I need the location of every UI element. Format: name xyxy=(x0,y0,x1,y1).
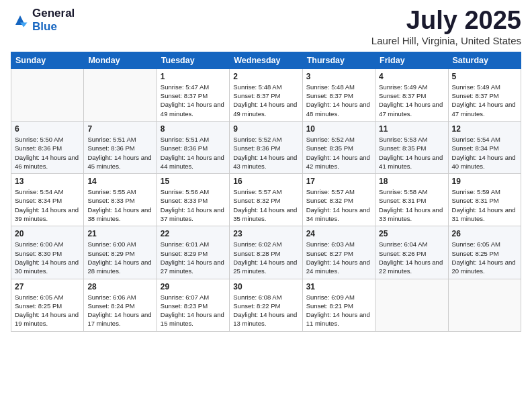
day-detail: Sunrise: 6:08 AM Sunset: 8:22 PM Dayligh… xyxy=(233,293,298,328)
logo-general-text: General xyxy=(32,7,75,19)
day-detail: Sunrise: 5:51 AM Sunset: 8:36 PM Dayligh… xyxy=(161,135,226,171)
day-number: 1 xyxy=(161,72,226,81)
calendar-cell: 19Sunrise: 5:59 AM Sunset: 8:31 PM Dayli… xyxy=(448,174,521,226)
calendar-table: SundayMondayTuesdayWednesdayThursdayFrid… xyxy=(11,52,521,332)
day-number: 17 xyxy=(306,177,371,186)
day-number: 19 xyxy=(452,177,517,186)
logo-icon xyxy=(11,11,30,30)
day-detail: Sunrise: 6:05 AM Sunset: 8:25 PM Dayligh… xyxy=(452,240,517,275)
day-detail: Sunrise: 6:01 AM Sunset: 8:29 PM Dayligh… xyxy=(161,240,226,275)
day-detail: Sunrise: 5:47 AM Sunset: 8:37 PM Dayligh… xyxy=(161,83,226,118)
day-detail: Sunrise: 6:06 AM Sunset: 8:24 PM Dayligh… xyxy=(87,293,152,328)
day-detail: Sunrise: 5:56 AM Sunset: 8:33 PM Dayligh… xyxy=(161,187,226,223)
day-detail: Sunrise: 5:51 AM Sunset: 8:36 PM Dayligh… xyxy=(87,135,152,171)
calendar-cell: 8Sunrise: 5:51 AM Sunset: 8:36 PM Daylig… xyxy=(157,121,229,173)
week-row-4: 20Sunrise: 6:00 AM Sunset: 8:30 PM Dayli… xyxy=(11,226,521,279)
calendar-cell: 18Sunrise: 5:58 AM Sunset: 8:31 PM Dayli… xyxy=(375,174,448,226)
day-detail: Sunrise: 5:48 AM Sunset: 8:37 PM Dayligh… xyxy=(306,83,371,118)
day-number: 15 xyxy=(161,177,226,186)
day-detail: Sunrise: 5:57 AM Sunset: 8:32 PM Dayligh… xyxy=(306,187,371,223)
location-title: Laurel Hill, Virginia, United States xyxy=(371,35,521,46)
calendar-cell: 17Sunrise: 5:57 AM Sunset: 8:32 PM Dayli… xyxy=(302,174,375,226)
day-header-monday: Monday xyxy=(84,52,157,68)
day-detail: Sunrise: 6:09 AM Sunset: 8:21 PM Dayligh… xyxy=(306,293,371,328)
calendar-cell: 31Sunrise: 6:09 AM Sunset: 8:21 PM Dayli… xyxy=(302,279,375,331)
day-detail: Sunrise: 5:55 AM Sunset: 8:33 PM Dayligh… xyxy=(87,187,152,223)
calendar-cell: 10Sunrise: 5:52 AM Sunset: 8:35 PM Dayli… xyxy=(302,121,375,173)
day-number: 4 xyxy=(379,72,444,81)
day-detail: Sunrise: 5:54 AM Sunset: 8:34 PM Dayligh… xyxy=(15,187,80,223)
day-detail: Sunrise: 5:48 AM Sunset: 8:37 PM Dayligh… xyxy=(233,83,298,118)
calendar-cell: 20Sunrise: 6:00 AM Sunset: 8:30 PM Dayli… xyxy=(11,226,84,279)
calendar-cell xyxy=(448,279,521,331)
day-number: 12 xyxy=(452,124,517,134)
calendar-cell xyxy=(84,68,157,121)
day-detail: Sunrise: 6:05 AM Sunset: 8:25 PM Dayligh… xyxy=(15,293,80,328)
logo-blue-text: Blue xyxy=(32,20,57,33)
header: General Blue July 2025 Laurel Hill, Virg… xyxy=(11,7,521,46)
day-number: 14 xyxy=(87,177,152,186)
day-number: 11 xyxy=(379,124,444,134)
week-row-1: 1Sunrise: 5:47 AM Sunset: 8:37 PM Daylig… xyxy=(11,68,521,121)
day-number: 25 xyxy=(379,229,444,238)
day-number: 28 xyxy=(87,282,152,291)
day-detail: Sunrise: 6:02 AM Sunset: 8:28 PM Dayligh… xyxy=(233,240,298,275)
day-number: 9 xyxy=(233,124,298,134)
day-number: 16 xyxy=(233,177,298,186)
calendar-cell: 6Sunrise: 5:50 AM Sunset: 8:36 PM Daylig… xyxy=(11,121,84,173)
month-title: July 2025 xyxy=(371,7,521,35)
day-detail: Sunrise: 6:00 AM Sunset: 8:30 PM Dayligh… xyxy=(15,240,80,275)
calendar-cell: 24Sunrise: 6:03 AM Sunset: 8:27 PM Dayli… xyxy=(302,226,375,279)
day-header-friday: Friday xyxy=(375,52,448,68)
day-number: 2 xyxy=(233,72,298,81)
week-row-2: 6Sunrise: 5:50 AM Sunset: 8:36 PM Daylig… xyxy=(11,121,521,173)
day-header-sunday: Sunday xyxy=(11,52,84,68)
calendar-cell: 16Sunrise: 5:57 AM Sunset: 8:32 PM Dayli… xyxy=(230,174,302,226)
day-number: 13 xyxy=(15,177,80,186)
calendar-cell: 21Sunrise: 6:00 AM Sunset: 8:29 PM Dayli… xyxy=(84,226,157,279)
day-number: 20 xyxy=(15,229,80,238)
calendar-cell xyxy=(375,279,448,331)
day-header-saturday: Saturday xyxy=(448,52,521,68)
day-header-row: SundayMondayTuesdayWednesdayThursdayFrid… xyxy=(11,52,521,68)
day-detail: Sunrise: 5:58 AM Sunset: 8:31 PM Dayligh… xyxy=(379,187,444,223)
day-detail: Sunrise: 6:07 AM Sunset: 8:23 PM Dayligh… xyxy=(161,293,226,328)
day-number: 30 xyxy=(233,282,298,291)
title-block: July 2025 Laurel Hill, Virginia, United … xyxy=(371,7,521,46)
calendar-cell: 29Sunrise: 6:07 AM Sunset: 8:23 PM Dayli… xyxy=(157,279,229,331)
day-number: 10 xyxy=(306,124,371,134)
day-number: 6 xyxy=(15,124,80,134)
day-detail: Sunrise: 5:54 AM Sunset: 8:34 PM Dayligh… xyxy=(452,135,517,171)
day-detail: Sunrise: 6:03 AM Sunset: 8:27 PM Dayligh… xyxy=(306,240,371,275)
day-number: 22 xyxy=(161,229,226,238)
calendar-cell: 5Sunrise: 5:49 AM Sunset: 8:37 PM Daylig… xyxy=(448,68,521,121)
calendar-cell: 25Sunrise: 6:04 AM Sunset: 8:26 PM Dayli… xyxy=(375,226,448,279)
calendar-cell: 23Sunrise: 6:02 AM Sunset: 8:28 PM Dayli… xyxy=(230,226,302,279)
calendar-cell: 14Sunrise: 5:55 AM Sunset: 8:33 PM Dayli… xyxy=(84,174,157,226)
day-detail: Sunrise: 5:57 AM Sunset: 8:32 PM Dayligh… xyxy=(233,187,298,223)
day-detail: Sunrise: 5:59 AM Sunset: 8:31 PM Dayligh… xyxy=(452,187,517,223)
calendar-cell: 7Sunrise: 5:51 AM Sunset: 8:36 PM Daylig… xyxy=(84,121,157,173)
day-detail: Sunrise: 5:52 AM Sunset: 8:35 PM Dayligh… xyxy=(306,135,371,171)
day-header-thursday: Thursday xyxy=(302,52,375,68)
calendar-cell: 1Sunrise: 5:47 AM Sunset: 8:37 PM Daylig… xyxy=(157,68,229,121)
page: General Blue July 2025 Laurel Hill, Virg… xyxy=(0,0,532,411)
day-detail: Sunrise: 5:53 AM Sunset: 8:35 PM Dayligh… xyxy=(379,135,444,171)
calendar-cell: 28Sunrise: 6:06 AM Sunset: 8:24 PM Dayli… xyxy=(84,279,157,331)
calendar-cell: 27Sunrise: 6:05 AM Sunset: 8:25 PM Dayli… xyxy=(11,279,84,331)
day-header-tuesday: Tuesday xyxy=(157,52,229,68)
calendar-cell xyxy=(11,68,84,121)
calendar-cell: 30Sunrise: 6:08 AM Sunset: 8:22 PM Dayli… xyxy=(230,279,302,331)
day-number: 27 xyxy=(15,282,80,291)
week-row-3: 13Sunrise: 5:54 AM Sunset: 8:34 PM Dayli… xyxy=(11,174,521,226)
logo: General Blue xyxy=(11,7,75,34)
day-number: 26 xyxy=(452,229,517,238)
day-detail: Sunrise: 5:49 AM Sunset: 8:37 PM Dayligh… xyxy=(379,83,444,118)
calendar-cell: 22Sunrise: 6:01 AM Sunset: 8:29 PM Dayli… xyxy=(157,226,229,279)
week-row-5: 27Sunrise: 6:05 AM Sunset: 8:25 PM Dayli… xyxy=(11,279,521,331)
day-number: 5 xyxy=(452,72,517,81)
calendar-cell: 11Sunrise: 5:53 AM Sunset: 8:35 PM Dayli… xyxy=(375,121,448,173)
day-number: 3 xyxy=(306,72,371,81)
day-detail: Sunrise: 5:50 AM Sunset: 8:36 PM Dayligh… xyxy=(15,135,80,171)
day-header-wednesday: Wednesday xyxy=(230,52,302,68)
